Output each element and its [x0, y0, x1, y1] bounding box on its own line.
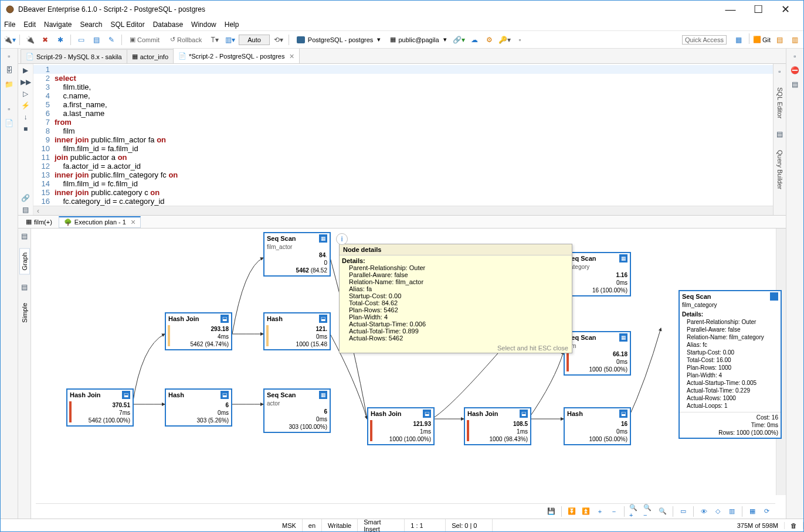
menu-database[interactable]: Database [153, 21, 183, 29]
plan-node-hash-join-3[interactable]: Hash Join⬓ 108.51ms1000 (98.43%) [464, 407, 531, 445]
plan-node-seq-scan-category[interactable]: Seq Scan▦ category 1.160ms16 (100.00%) [564, 252, 631, 296]
eye-icon[interactable]: 👁 [698, 506, 709, 517]
commit-button[interactable]: ▣ Commit [125, 33, 164, 46]
plan-node-seq-scan-film[interactable]: Seq Scan▦ film 66.180ms1000 (50.00%) [564, 331, 631, 376]
tx-mode-icon[interactable]: T▾ [208, 33, 221, 46]
menu-window[interactable]: Window [191, 21, 216, 29]
tree-icon[interactable]: ▥ [727, 506, 737, 517]
load-icon[interactable]: ↓ [21, 112, 31, 122]
link-icon[interactable]: 🔗▾ [453, 33, 466, 46]
refresh-icon[interactable]: ⟳ [761, 506, 772, 517]
editor-tab-script2[interactable]: 📄 *Script-2 - PostgreSQL - postgres × [173, 49, 300, 63]
explain-icon[interactable]: ⚡ [21, 100, 31, 111]
datasource-selector[interactable]: PostgreSQL - postgres ▾ [293, 33, 385, 46]
plan-node-hash-join-root[interactable]: Hash Join⬓ 370.517ms5462 (100.00%) [66, 388, 134, 427]
close-button[interactable]: ✕ [772, 1, 799, 18]
zoom-in-icon[interactable]: 🔍+ [629, 506, 640, 517]
graph-icon[interactable]: ▤ [19, 231, 30, 241]
persp-other-icon[interactable]: ▥ [788, 33, 801, 46]
query-builder-vtab[interactable]: Query Builder [775, 146, 785, 193]
rollback-button[interactable]: ↺ Rollback [166, 33, 206, 46]
plus-icon[interactable]: + [595, 506, 605, 517]
simple-vtab[interactable]: Simple [20, 299, 29, 326]
result-tab-execution-plan[interactable]: 🌳 Execution plan - 1 × [59, 216, 141, 228]
plan-node-hash-3[interactable]: Hash⬓ 160ms1000 (50.00%) [564, 407, 631, 445]
close-icon[interactable]: × [131, 217, 135, 227]
perspective-icon[interactable]: ▦ [732, 33, 745, 46]
maximize-button[interactable]: ☐ [745, 1, 771, 18]
disconnect-icon[interactable]: ✖ [39, 33, 52, 46]
sql-editor-icon[interactable]: ▭ [74, 33, 87, 46]
horizontal-scrollbar[interactable]: ‹› [33, 206, 786, 215]
new-script-icon[interactable]: ✎ [105, 33, 118, 46]
plan-node-seq-scan-actor[interactable]: Seq Scan▦ actor 60ms303 (100.00%) [263, 388, 331, 433]
zoom-fit-icon[interactable]: 🔍 [657, 506, 668, 517]
editor-tab-actor-info[interactable]: ▦ actor_info [127, 49, 174, 63]
menu-file[interactable]: File [4, 21, 15, 29]
layout1-icon[interactable]: ▭ [678, 506, 688, 517]
sql-text-area[interactable]: 12select3 film.title,4 c.name,5 a.first_… [33, 64, 786, 215]
mock-icon[interactable]: ⚙ [483, 33, 496, 46]
history-icon[interactable]: ⟲▾ [272, 33, 285, 46]
collapse-icon[interactable]: ⏬ [566, 506, 577, 517]
sql-line: 10 film.film_id = fa.film_id [33, 144, 786, 153]
panel-icon[interactable]: ▤ [21, 204, 31, 215]
simple-icon[interactable]: ▤ [19, 282, 30, 292]
minus-icon[interactable]: − [609, 506, 619, 517]
node-detail-panel[interactable]: Seq Scan film_category Details: Parent-R… [679, 290, 782, 439]
plug-icon[interactable]: 🔌 [23, 33, 36, 46]
execute-script-icon[interactable]: ▶▶ [21, 77, 31, 87]
task-icon[interactable]: ▫ [514, 33, 527, 46]
menu-navigate[interactable]: Navigate [44, 21, 72, 29]
db-navigator-icon[interactable]: 🗄 [4, 65, 15, 76]
sql-console-icon[interactable]: ▤ [90, 33, 103, 46]
persp-db-icon[interactable]: ▤ [773, 33, 786, 46]
builder-icon[interactable]: ▤ [775, 129, 785, 139]
auto-commit-button[interactable]: Auto [239, 35, 270, 45]
new-conn-icon[interactable]: 🔌▾ [3, 33, 16, 46]
expand-icon[interactable]: ⏫ [581, 506, 591, 517]
result-tab-film[interactable]: ▦ film(+) [21, 216, 57, 228]
plan-node-hash-2[interactable]: Hash⬓ 121.0ms1000 (15.48 [263, 312, 331, 350]
schema-selector[interactable]: ▦ public@pagila ▾ [386, 33, 450, 46]
editor-tab-script29[interactable]: 📄 Script-29 - MySQL 8.x - sakila [21, 49, 127, 63]
plan-node-hash-join-2[interactable]: Hash Join⬓ 121.931ms1000 (100.00%) [367, 407, 435, 445]
tx-log-icon[interactable]: ▥▾ [223, 33, 236, 46]
menu-edit[interactable]: Edit [23, 21, 36, 29]
menu-search[interactable]: Search [80, 21, 102, 29]
minimize-button[interactable]: — [717, 1, 744, 18]
status-memory[interactable]: 375M of 598M [731, 522, 785, 529]
zoom-out-icon[interactable]: 🔍− [643, 506, 654, 517]
trash-icon[interactable]: 🗑 [785, 522, 803, 529]
key-icon[interactable]: 🔑▾ [498, 33, 511, 46]
save-plan-icon[interactable]: 💾 [546, 506, 557, 517]
bookmarks-icon[interactable]: ▤ [790, 79, 800, 90]
link-editor-icon[interactable]: 🔗 [21, 193, 31, 203]
restore-right-icon[interactable]: ▫ [790, 51, 800, 62]
quick-access-field[interactable]: Quick Access [682, 35, 727, 45]
plan-node-hash-join-1[interactable]: Hash Join⬓ 293.184ms5462 (94.74%) [165, 312, 232, 350]
plan-canvas[interactable]: Seq Scan▦ film_actor 84.05462 (84.52 i H… [36, 229, 775, 495]
plan-node-seq-scan-film-actor[interactable]: Seq Scan▦ film_actor 84.05462 (84.52 [263, 232, 331, 277]
execute-icon[interactable]: ▶ [21, 65, 31, 76]
error-log-icon[interactable]: ⛔ [790, 65, 800, 76]
info-icon[interactable]: i [336, 233, 348, 245]
close-icon[interactable]: × [289, 52, 294, 61]
sql-editor-vtab[interactable]: SQL Editor [775, 84, 785, 122]
menu-help[interactable]: Help [225, 21, 239, 29]
projects-icon[interactable]: 📁 [4, 79, 15, 90]
cloud-icon[interactable]: ☁ [468, 33, 481, 46]
filter-icon[interactable]: ◇ [713, 506, 723, 517]
execute-new-tab-icon[interactable]: ▷ [21, 88, 31, 99]
restore-view2-icon[interactable]: ▫ [4, 104, 15, 114]
restore-side-icon[interactable]: ▫ [775, 66, 785, 77]
menu-sql-editor[interactable]: SQL Editor [110, 21, 144, 29]
plan-node-hash-1[interactable]: Hash⬓ 60ms303 (5.26%) [165, 388, 232, 427]
graph-vtab[interactable]: Graph [19, 248, 30, 275]
outline-icon[interactable]: 📄 [4, 118, 15, 128]
git-perspective[interactable]: 🟧Git [753, 33, 771, 46]
restore-view-icon[interactable]: ▫ [4, 51, 15, 62]
grid-icon[interactable]: ▦ [747, 506, 758, 517]
stop-icon[interactable]: ■ [21, 124, 31, 134]
refresh-all-icon[interactable]: ✱ [54, 33, 67, 46]
